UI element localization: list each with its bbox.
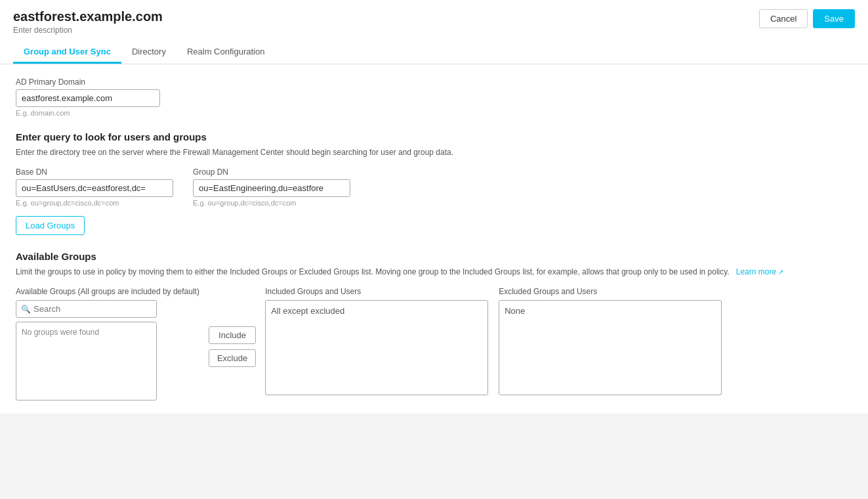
dn-row: Base DN E.g. ou=group,dc=cisco,dc=com Gr… — [16, 167, 852, 207]
groups-description: Limit the groups to use in policy by mov… — [16, 266, 852, 278]
ad-primary-domain-hint: E.g. domain.com — [16, 109, 852, 117]
groups-columns: Available Groups (All groups are include… — [16, 287, 852, 401]
external-link-icon: ↗ — [778, 269, 783, 276]
exclude-button[interactable]: Exclude — [209, 349, 256, 367]
included-groups-label: Included Groups and Users — [265, 287, 488, 296]
available-groups-section: Available Groups Limit the groups to use… — [16, 251, 852, 401]
query-section: Enter query to look for users and groups… — [16, 131, 852, 235]
base-dn-label: Base DN — [16, 167, 173, 177]
app-title: eastforest.example.com — [13, 9, 163, 24]
included-groups-col: Included Groups and Users All except exc… — [265, 287, 488, 395]
base-dn-group: Base DN E.g. ou=group,dc=cisco,dc=com — [16, 167, 173, 207]
excluded-groups-label: Excluded Groups and Users — [499, 287, 722, 296]
search-box-wrapper: 🔍 — [16, 300, 199, 318]
include-button[interactable]: Include — [209, 326, 256, 344]
ad-primary-domain-input[interactable] — [16, 89, 160, 107]
tab-bar: Group and User Sync Directory Realm Conf… — [13, 41, 855, 64]
tab-group-user-sync[interactable]: Group and User Sync — [13, 41, 121, 64]
app-subtitle: Enter description — [13, 26, 163, 35]
included-groups-list: All except excluded — [265, 300, 488, 395]
include-exclude-buttons: Include Exclude — [209, 326, 256, 367]
main-content: AD Primary Domain E.g. domain.com Enter … — [0, 64, 868, 414]
group-dn-group: Group DN E.g. ou=group,dc=cisco,dc=com — [193, 167, 350, 207]
base-dn-input[interactable] — [16, 179, 173, 197]
base-dn-hint: E.g. ou=group,dc=cisco,dc=com — [16, 199, 173, 207]
tab-directory[interactable]: Directory — [121, 41, 176, 64]
query-heading: Enter query to look for users and groups — [16, 131, 852, 142]
page-header: eastforest.example.com Enter description… — [0, 0, 868, 64]
available-groups-col: Available Groups (All groups are include… — [16, 287, 199, 401]
group-dn-input[interactable] — [193, 179, 350, 197]
group-dn-label: Group DN — [193, 167, 350, 177]
search-input[interactable] — [16, 300, 157, 318]
ad-primary-domain-section: AD Primary Domain E.g. domain.com — [16, 77, 852, 117]
available-groups-col-label: Available Groups (All groups are include… — [16, 287, 199, 296]
header-buttons: Cancel Save — [759, 9, 855, 28]
available-groups-heading: Available Groups — [16, 251, 852, 262]
load-groups-button[interactable]: Load Groups — [16, 216, 85, 235]
available-groups-list: No groups were found — [16, 322, 157, 401]
save-button[interactable]: Save — [813, 9, 855, 28]
tab-realm-configuration[interactable]: Realm Configuration — [176, 41, 276, 64]
excluded-groups-col: Excluded Groups and Users None — [499, 287, 722, 395]
excluded-groups-list: None — [499, 300, 722, 395]
learn-more-link[interactable]: Learn more ↗ — [734, 267, 783, 276]
group-dn-hint: E.g. ou=group,dc=cisco,dc=com — [193, 199, 350, 207]
cancel-button[interactable]: Cancel — [759, 9, 808, 28]
ad-primary-domain-label: AD Primary Domain — [16, 77, 852, 87]
query-description: Enter the directory tree on the server w… — [16, 146, 852, 158]
search-icon: 🔍 — [21, 305, 31, 314]
header-title-block: eastforest.example.com Enter description — [13, 9, 163, 35]
